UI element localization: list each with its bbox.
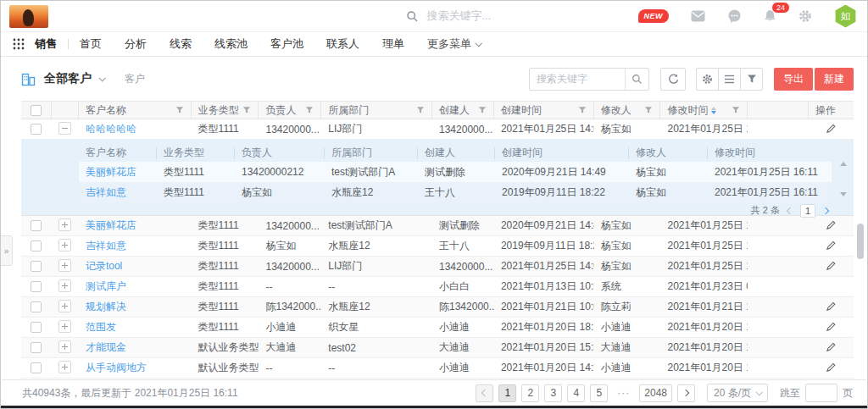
filter-funnel-icon[interactable] bbox=[242, 106, 251, 114]
pagination: 12345···2048 20 条/页 跳至 页 bbox=[476, 384, 853, 402]
column-settings-button[interactable] bbox=[696, 68, 719, 91]
view-selector-label[interactable]: 全部客户 bbox=[44, 71, 92, 86]
edit-icon[interactable] bbox=[826, 260, 837, 271]
edit-icon[interactable] bbox=[826, 301, 837, 312]
page-button-2048[interactable]: 2048 bbox=[639, 384, 672, 402]
page-button-2[interactable]: 2 bbox=[521, 384, 539, 402]
page-size-select[interactable]: 20 条/页 bbox=[707, 384, 768, 402]
sidebar-expand-handle[interactable]: » bbox=[1, 235, 13, 266]
inbox-button[interactable] bbox=[691, 10, 705, 22]
global-search[interactable]: 搜索关键字... bbox=[406, 8, 567, 24]
notifications-button[interactable]: 24 bbox=[764, 9, 776, 23]
prev-page-button[interactable] bbox=[476, 384, 493, 402]
app-grid-icon[interactable] bbox=[13, 38, 25, 50]
nav-item-orders[interactable]: 理单 bbox=[382, 36, 404, 52]
edit-icon[interactable] bbox=[826, 321, 837, 332]
filter-funnel-icon[interactable] bbox=[175, 106, 184, 114]
chevron-down-icon[interactable] bbox=[98, 75, 105, 81]
prev-page-icon[interactable] bbox=[787, 207, 793, 213]
cell-owner: 大迪迪 bbox=[259, 340, 321, 355]
subtable-scroll-up-icon[interactable] bbox=[840, 162, 847, 166]
filter-funnel-icon[interactable] bbox=[416, 106, 425, 114]
expand-row-button[interactable] bbox=[58, 239, 71, 251]
page-button-1[interactable]: 1 bbox=[498, 384, 516, 402]
row-checkbox[interactable] bbox=[31, 124, 42, 135]
subtable-page-1[interactable]: 1 bbox=[800, 204, 815, 218]
row-checkbox[interactable] bbox=[31, 281, 42, 292]
row-checkbox[interactable] bbox=[31, 362, 42, 373]
expand-row-button[interactable] bbox=[58, 340, 71, 353]
customer-name-link[interactable]: 美丽鲜花店 bbox=[86, 166, 136, 178]
filter-button[interactable] bbox=[740, 68, 763, 91]
expand-row-button[interactable] bbox=[58, 218, 71, 231]
nav-item-contacts[interactable]: 联系人 bbox=[326, 36, 359, 52]
customer-name-link[interactable]: 才能现金 bbox=[86, 341, 126, 353]
customer-name-link[interactable]: 从手动阀地方 bbox=[86, 362, 147, 373]
row-checkbox[interactable] bbox=[31, 322, 42, 333]
filter-funnel-icon[interactable] bbox=[578, 106, 587, 114]
expand-row-button[interactable] bbox=[58, 279, 71, 292]
nav-item-home[interactable]: 首页 bbox=[80, 36, 102, 52]
expand-row-button[interactable] bbox=[58, 300, 71, 312]
customer-name-link[interactable]: 哈哈哈哈哈 bbox=[86, 123, 136, 135]
row-checkbox[interactable] bbox=[31, 220, 42, 231]
cell-modified: 2021年01月25日 16:11 bbox=[660, 122, 748, 136]
edit-icon[interactable] bbox=[826, 240, 837, 251]
customer-name-link[interactable]: 吉祥如意 bbox=[86, 240, 126, 251]
customer-name-link[interactable]: 范围发 bbox=[86, 321, 116, 333]
nav-more-menu[interactable]: 更多菜单 bbox=[427, 36, 481, 52]
row-checkbox[interactable] bbox=[31, 342, 42, 353]
export-button[interactable]: 导出 bbox=[774, 68, 813, 91]
customer-name-link[interactable]: 规划解决 bbox=[86, 301, 126, 312]
nav-item-lead-pool[interactable]: 线索池 bbox=[214, 36, 248, 52]
sort-toggle[interactable] bbox=[711, 107, 716, 114]
nav-item-analysis[interactable]: 分析 bbox=[125, 36, 147, 52]
edit-icon[interactable] bbox=[826, 362, 837, 373]
cell-modifier: 杨宝如 bbox=[594, 218, 661, 233]
edit-icon[interactable] bbox=[826, 219, 837, 230]
list-search-button[interactable] bbox=[625, 69, 648, 90]
avatar[interactable]: 如 bbox=[834, 5, 857, 28]
cell-owner: 杨宝如 bbox=[259, 239, 321, 253]
refresh-button[interactable] bbox=[660, 68, 686, 91]
expand-row-button[interactable] bbox=[58, 259, 71, 272]
filter-funnel-icon[interactable] bbox=[478, 106, 487, 114]
next-page-button[interactable] bbox=[677, 384, 695, 402]
next-page-icon[interactable] bbox=[822, 207, 829, 213]
customer-name-link[interactable]: 吉祥如意 bbox=[86, 186, 126, 198]
page-button-3[interactable]: 3 bbox=[544, 384, 562, 402]
customer-name-link[interactable]: 美丽鲜花店 bbox=[86, 219, 136, 231]
scrollbar-thumb[interactable] bbox=[857, 224, 864, 259]
filter-funnel-icon[interactable] bbox=[732, 106, 740, 114]
nav-item-leads[interactable]: 线索 bbox=[170, 36, 192, 52]
jump-page-input[interactable] bbox=[805, 384, 837, 402]
customer-name-link[interactable]: 记录tool bbox=[86, 260, 122, 272]
subtable-scroll-down-icon[interactable] bbox=[840, 192, 847, 196]
row-checkbox[interactable] bbox=[31, 240, 42, 251]
filter-funnel-icon[interactable] bbox=[644, 106, 653, 114]
cell-modifier: 系统 bbox=[594, 279, 661, 294]
select-all-checkbox[interactable] bbox=[31, 105, 42, 116]
row-checkbox[interactable] bbox=[31, 261, 42, 272]
page-button-4[interactable]: 4 bbox=[567, 384, 585, 402]
list-search-input[interactable] bbox=[530, 73, 625, 85]
settings-button[interactable] bbox=[798, 9, 812, 23]
cell-created: 2021年01月20日 18:15 bbox=[494, 320, 594, 334]
filter-funnel-icon[interactable] bbox=[305, 106, 314, 114]
expand-row-button[interactable] bbox=[58, 361, 71, 373]
edit-icon[interactable] bbox=[826, 341, 837, 352]
app-logo[interactable] bbox=[9, 5, 48, 28]
table-row: 哈哈哈哈哈类型111113420000...LIJ部门13420000...20… bbox=[21, 119, 854, 140]
create-button[interactable]: 新建 bbox=[815, 68, 854, 91]
chat-icon bbox=[727, 9, 742, 23]
edit-icon[interactable] bbox=[826, 123, 837, 134]
page-button-5[interactable]: 5 bbox=[590, 384, 608, 402]
customer-name-link[interactable]: 测试库户 bbox=[86, 280, 126, 292]
messages-button[interactable] bbox=[727, 9, 742, 23]
row-checkbox[interactable] bbox=[31, 301, 42, 312]
expand-row-button[interactable] bbox=[58, 320, 71, 333]
cell-owner: 13420000... bbox=[259, 220, 321, 232]
nav-item-customer-pool[interactable]: 客户池 bbox=[270, 36, 303, 52]
list-view-button[interactable] bbox=[718, 68, 741, 91]
collapse-row-button[interactable] bbox=[58, 122, 71, 135]
